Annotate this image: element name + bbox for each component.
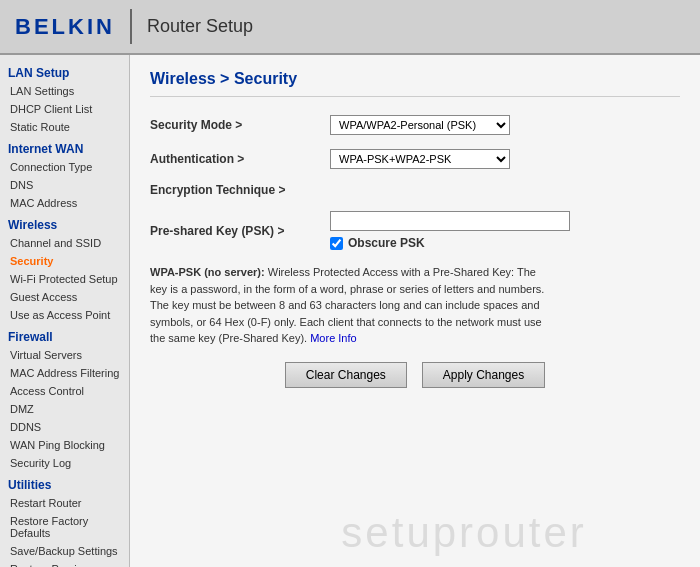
watermark: setuprouter [341,509,586,557]
sidebar-item-guest-access[interactable]: Guest Access [0,288,129,306]
sidebar-section-wireless: Wireless [0,212,129,234]
main-content: Wireless > Security Security Mode > WPA/… [130,55,700,567]
encryption-row: Encryption Technique > [150,183,680,197]
security-mode-select[interactable]: WPA/WPA2-Personal (PSK) WPA2-Personal (P… [330,115,510,135]
sidebar-item-channel-and-ssid[interactable]: Channel and SSID [0,234,129,252]
sidebar-item-use-as-access-point[interactable]: Use as Access Point [0,306,129,324]
header: BELKIN Router Setup [0,0,700,55]
psk-label: Pre-shared Key (PSK) > [150,224,330,238]
sidebar-section-firewall: Firewall [0,324,129,346]
button-row: Clear Changes Apply Changes [150,362,680,388]
sidebar-item-wan-ping-blocking[interactable]: WAN Ping Blocking [0,436,129,454]
psk-input[interactable] [330,211,570,231]
authentication-label: Authentication > [150,152,330,166]
security-mode-row: Security Mode > WPA/WPA2-Personal (PSK) … [150,115,680,135]
sidebar-item-dhcp-client-list[interactable]: DHCP Client List [0,100,129,118]
sidebar-item-virtual-servers[interactable]: Virtual Servers [0,346,129,364]
sidebar-item-dmz[interactable]: DMZ [0,400,129,418]
sidebar-item-wi-fi-protected-setup[interactable]: Wi-Fi Protected Setup [0,270,129,288]
sidebar-item-security-log[interactable]: Security Log [0,454,129,472]
security-mode-control: WPA/WPA2-Personal (PSK) WPA2-Personal (P… [330,115,680,135]
obscure-psk-label: Obscure PSK [348,236,425,250]
layout: LAN SetupLAN SettingsDHCP Client ListSta… [0,55,700,567]
sidebar-item-dns[interactable]: DNS [0,176,129,194]
encryption-label: Encryption Technique > [150,183,330,197]
authentication-select[interactable]: WPA-PSK+WPA2-PSK WPA-PSK WPA2-PSK [330,149,510,169]
sidebar-item-save/backup-settings[interactable]: Save/Backup Settings [0,542,129,560]
belkin-logo: BELKIN [15,14,115,40]
psk-row: Pre-shared Key (PSK) > Obscure PSK [150,211,680,250]
info-bold: WPA-PSK (no server): [150,266,265,278]
sidebar-item-mac-address[interactable]: MAC Address [0,194,129,212]
sidebar-section-internet-wan: Internet WAN [0,136,129,158]
psk-control: Obscure PSK [330,211,680,250]
sidebar: LAN SetupLAN SettingsDHCP Client ListSta… [0,55,130,567]
sidebar-item-access-control[interactable]: Access Control [0,382,129,400]
sidebar-item-lan-settings[interactable]: LAN Settings [0,82,129,100]
security-mode-label: Security Mode > [150,118,330,132]
sidebar-section-lan-setup: LAN Setup [0,60,129,82]
info-box: WPA-PSK (no server): Wireless Protected … [150,264,550,347]
sidebar-section-utilities: Utilities [0,472,129,494]
page-heading: Wireless > Security [150,70,680,97]
sidebar-item-mac-address-filtering[interactable]: MAC Address Filtering [0,364,129,382]
sidebar-item-connection-type[interactable]: Connection Type [0,158,129,176]
more-info-link[interactable]: More Info [310,332,356,344]
apply-changes-button[interactable]: Apply Changes [422,362,545,388]
sidebar-item-security[interactable]: Security [0,252,129,270]
clear-changes-button[interactable]: Clear Changes [285,362,407,388]
authentication-control: WPA-PSK+WPA2-PSK WPA-PSK WPA2-PSK [330,149,680,169]
obscure-psk-row: Obscure PSK [330,236,680,250]
sidebar-item-restart-router[interactable]: Restart Router [0,494,129,512]
authentication-row: Authentication > WPA-PSK+WPA2-PSK WPA-PS… [150,149,680,169]
header-divider [130,9,132,44]
header-title: Router Setup [147,16,253,37]
sidebar-item-ddns[interactable]: DDNS [0,418,129,436]
obscure-psk-checkbox[interactable] [330,237,343,250]
sidebar-item-static-route[interactable]: Static Route [0,118,129,136]
sidebar-item-restore-previous-settings[interactable]: Restore Previous Settings [0,560,129,567]
sidebar-item-restore-factory-defaults[interactable]: Restore Factory Defaults [0,512,129,542]
